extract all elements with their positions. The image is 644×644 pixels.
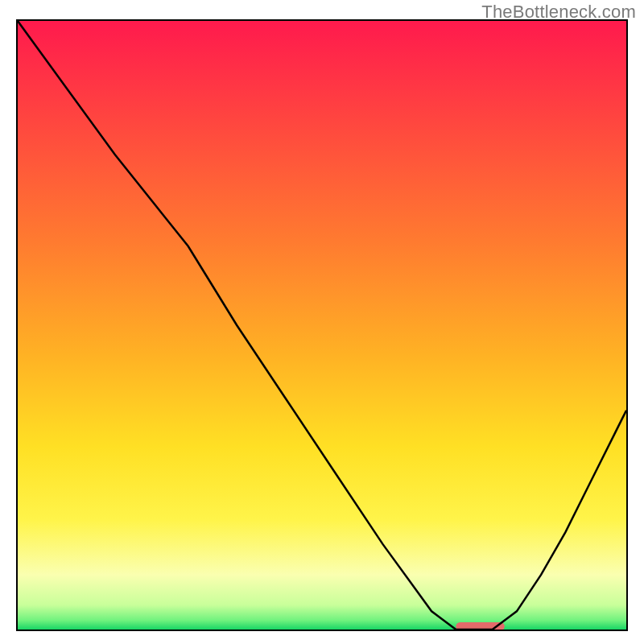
- gradient-background: [18, 21, 626, 630]
- chart-svg: [18, 21, 626, 630]
- plot-area: [16, 19, 628, 631]
